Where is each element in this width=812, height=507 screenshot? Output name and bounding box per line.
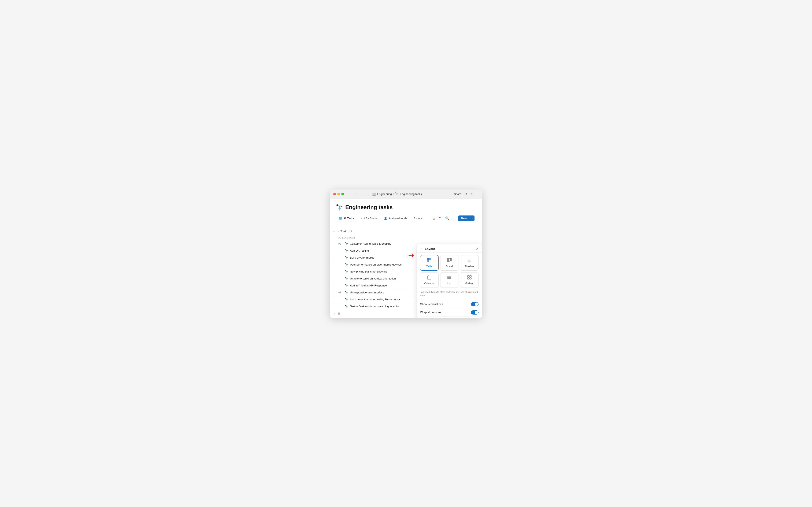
layout-panel: ← Layout ✕ Table Board Timeline Calendar…: [417, 244, 482, 318]
layout-options-grid: Table Board Timeline Calendar List Galle…: [417, 252, 482, 290]
history-button[interactable]: ⊙: [464, 192, 467, 196]
share-button[interactable]: Share: [454, 192, 461, 195]
svg-point-18: [448, 277, 448, 278]
wrap-all-columns-label: Wrap all columns: [420, 311, 471, 314]
svg-rect-10: [427, 276, 431, 279]
table-layout-label: Table: [426, 265, 433, 268]
setting-show-vertical-lines: Show vertical lines: [420, 300, 478, 308]
fullscreen-button[interactable]: [341, 193, 344, 195]
svg-rect-23: [470, 278, 471, 279]
add-row-button[interactable]: +: [333, 312, 335, 316]
minimize-button[interactable]: [337, 193, 340, 195]
svg-rect-21: [470, 276, 471, 277]
layout-panel-header: ← Layout ✕: [417, 244, 482, 252]
tab-by-status[interactable]: # # By Status: [358, 215, 380, 222]
task-icon: 🔭: [345, 277, 348, 280]
tab-all-tasks-label: All Tasks: [343, 217, 354, 220]
svg-rect-9: [467, 261, 471, 262]
tab-assigned-to-me[interactable]: 👤 Assigned to Me: [381, 215, 410, 222]
layout-option-board[interactable]: Board: [440, 255, 459, 271]
titlebar: ☰ ← → + 🏢 Engineering / 🔭 Engineering ta…: [330, 189, 482, 199]
close-button[interactable]: [333, 193, 336, 195]
list-layout-label: List: [448, 282, 451, 285]
setting-wrap-all-columns: Wrap all columns: [420, 308, 478, 317]
main-area: ➜ ▼ ○ To-do 18 Aa Description 08 🔭 Custo…: [330, 225, 482, 318]
svg-point-19: [448, 278, 448, 279]
workspace-icon: 🏢: [372, 192, 376, 195]
layout-close-button[interactable]: ✕: [476, 247, 478, 251]
show-vertical-lines-toggle[interactable]: [471, 302, 478, 306]
calendar-layout-label: Calendar: [424, 282, 435, 285]
layout-option-gallery[interactable]: Gallery: [460, 272, 478, 288]
more-button[interactable]: ···: [476, 192, 479, 196]
tab-by-status-label: # By Status: [363, 217, 377, 220]
workspace-name[interactable]: Engineering: [377, 192, 392, 195]
back-button[interactable]: ←: [353, 191, 358, 196]
page-name-crumb: Engineering tasks: [400, 192, 422, 195]
traffic-lights: [333, 193, 344, 195]
app-window: ☰ ← → + 🏢 Engineering / 🔭 Engineering ta…: [330, 189, 482, 318]
gallery-layout-label: Gallery: [465, 282, 473, 285]
star-button[interactable]: ☆: [470, 192, 473, 196]
svg-rect-0: [427, 258, 431, 262]
filter-button[interactable]: ☰: [432, 216, 437, 221]
task-icon: 🔭: [345, 284, 348, 287]
list-layout-icon: [447, 275, 452, 281]
layout-description: Table with types to store and view any k…: [417, 290, 482, 299]
svg-rect-6: [450, 258, 451, 261]
calendar-layout-icon: [427, 275, 432, 281]
page-content: 🔭 Engineering tasks 🌐 All Tasks # # By S…: [330, 199, 482, 225]
tab-all-tasks[interactable]: 🌐 All Tasks: [336, 215, 357, 222]
task-icon: 🔭: [345, 298, 348, 301]
setting-open-pages-in: Open pages in Side peek ›: [420, 317, 478, 318]
page-icon-crumb: 🔭: [395, 192, 399, 195]
task-icon: 🔭: [345, 305, 348, 308]
layout-option-calendar[interactable]: Calendar: [420, 272, 439, 288]
svg-rect-20: [467, 276, 469, 277]
tabs-actions: ☰ ⇅ 🔍 ··· New ▾: [432, 216, 474, 221]
tab-more-label: 3 more...: [414, 217, 424, 220]
sort-button[interactable]: ⇅: [438, 216, 443, 221]
layout-option-table[interactable]: Table: [420, 255, 439, 271]
nav-menu-button[interactable]: ☰: [347, 191, 352, 196]
section-todo-header: ▼ ○ To-do 18: [330, 228, 482, 235]
timeline-layout-icon: [467, 258, 472, 264]
task-number: 68: [338, 291, 343, 294]
task-number: 08: [338, 242, 343, 245]
new-task-button[interactable]: New: [458, 216, 470, 221]
task-icon: 🔭: [345, 270, 348, 273]
wrap-all-columns-toggle[interactable]: [471, 310, 478, 315]
page-icon: 🔭: [336, 204, 343, 211]
new-task-dropdown[interactable]: ▾: [470, 216, 474, 221]
section-count: 18: [349, 230, 352, 233]
svg-point-17: [448, 276, 448, 277]
layout-option-timeline[interactable]: Timeline: [460, 255, 478, 271]
more-options-button[interactable]: ···: [452, 216, 456, 221]
search-button[interactable]: 🔍: [444, 216, 450, 221]
task-icon: 🔭: [345, 242, 348, 245]
page-title: Engineering tasks: [345, 204, 393, 211]
description-row: Aa Description: [330, 235, 482, 240]
titlebar-actions: Share ⊙ ☆ ···: [454, 192, 479, 196]
layout-back-button[interactable]: ←: [420, 247, 423, 250]
task-icon: 🔭: [345, 249, 348, 252]
tab-more[interactable]: 3 more...: [411, 215, 427, 222]
layout-panel-title: Layout: [425, 247, 476, 250]
board-layout-label: Board: [446, 265, 453, 268]
board-layout-icon: [447, 258, 452, 264]
by-status-icon: #: [361, 217, 362, 220]
layout-settings: Show vertical lines Wrap all columns Ope…: [417, 299, 482, 318]
add-button[interactable]: +: [366, 191, 370, 196]
drag-handle[interactable]: ⠿: [338, 312, 340, 316]
svg-rect-5: [449, 258, 450, 261]
forward-button[interactable]: →: [360, 191, 365, 196]
section-toggle[interactable]: ▼: [333, 230, 335, 233]
gallery-layout-icon: [467, 275, 472, 281]
nav-buttons: ☰ ← → +: [347, 191, 370, 196]
layout-option-list[interactable]: List: [440, 272, 459, 288]
assigned-icon: 👤: [384, 217, 387, 220]
breadcrumb: 🏢 Engineering / 🔭 Engineering tasks: [372, 192, 422, 195]
task-icon: 🔭: [345, 291, 348, 294]
tab-assigned-label: Assigned to Me: [389, 217, 407, 220]
todo-status-icon: ○: [337, 230, 339, 233]
